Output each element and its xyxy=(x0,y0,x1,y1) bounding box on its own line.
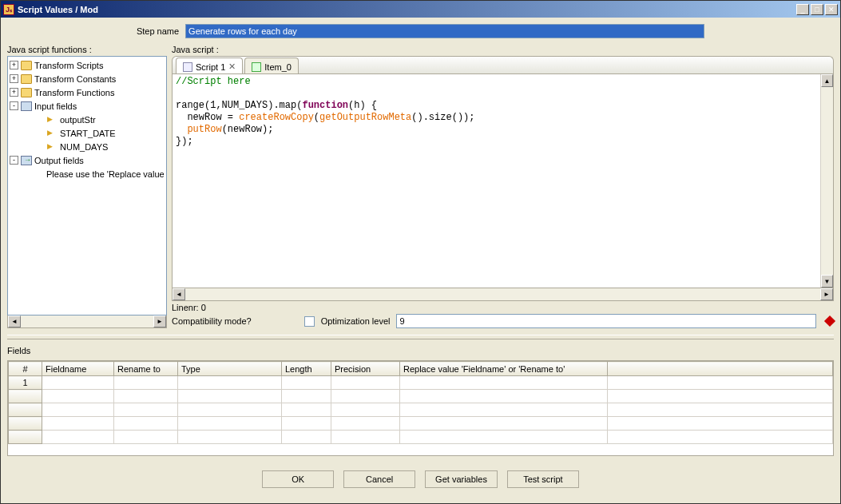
column-header[interactable]: Length xyxy=(282,362,331,376)
scroll-up-icon[interactable]: ▲ xyxy=(821,74,833,87)
table-cell[interactable] xyxy=(400,431,608,444)
tree-hscroll[interactable]: ◄ ► xyxy=(7,315,167,328)
functions-label: Java script functions : xyxy=(7,45,167,54)
table-cell[interactable] xyxy=(282,417,331,431)
code-editor[interactable]: //Script here range(1,NUM_DAYS).map(func… xyxy=(173,74,820,288)
table-cell[interactable] xyxy=(178,390,282,403)
table-cell[interactable] xyxy=(178,431,282,444)
table-cell[interactable] xyxy=(178,376,282,390)
compat-checkbox[interactable] xyxy=(304,316,315,327)
fields-grid[interactable]: #FieldnameRename toTypeLengthPrecisionRe… xyxy=(7,360,834,456)
maximize-button[interactable]: □ xyxy=(811,4,823,15)
get-variables-button[interactable]: Get variables xyxy=(425,470,498,488)
variable-indicator-icon[interactable] xyxy=(824,315,835,327)
expand-icon[interactable]: - xyxy=(10,101,18,110)
table-row[interactable]: 1 xyxy=(9,376,833,390)
table-cell[interactable] xyxy=(178,417,282,431)
scroll-left-icon[interactable]: ◄ xyxy=(173,288,185,300)
table-cell[interactable] xyxy=(331,431,400,444)
editor-vscroll[interactable]: ▲ ▼ xyxy=(820,74,833,288)
table-row[interactable] xyxy=(9,390,833,403)
expand-icon[interactable]: + xyxy=(10,88,18,97)
column-header[interactable] xyxy=(608,362,833,376)
table-cell[interactable] xyxy=(608,390,833,403)
column-header[interactable]: # xyxy=(9,362,42,376)
scroll-right-icon[interactable]: ► xyxy=(820,288,833,300)
table-cell[interactable] xyxy=(9,417,42,431)
close-button[interactable]: ✕ xyxy=(825,4,838,15)
column-header[interactable]: Fieldname xyxy=(42,362,114,376)
table-cell[interactable] xyxy=(282,376,331,390)
editor-hscroll[interactable]: ◄ ► xyxy=(172,288,834,301)
table-cell[interactable] xyxy=(331,403,400,417)
item-icon xyxy=(252,62,261,72)
expand-icon[interactable]: + xyxy=(10,74,18,83)
table-cell[interactable] xyxy=(42,376,114,390)
tab-item-0[interactable]: Item_0 xyxy=(244,58,299,73)
table-row[interactable] xyxy=(9,417,833,431)
table-cell[interactable] xyxy=(42,403,114,417)
table-cell[interactable] xyxy=(42,417,114,431)
tree-item[interactable]: START_DATE xyxy=(10,126,165,140)
tree-item[interactable]: +Transform Scripts xyxy=(10,58,165,72)
table-cell[interactable] xyxy=(114,431,178,444)
scroll-right-icon[interactable]: ► xyxy=(153,315,166,327)
table-cell[interactable] xyxy=(400,403,608,417)
table-cell[interactable] xyxy=(178,403,282,417)
test-script-button[interactable]: Test script xyxy=(507,470,579,488)
opt-level-input[interactable] xyxy=(396,314,816,328)
table-cell[interactable] xyxy=(114,403,178,417)
tree-item[interactable]: +Transform Functions xyxy=(10,85,165,99)
table-cell[interactable] xyxy=(42,431,114,444)
column-header[interactable]: Precision xyxy=(331,362,400,376)
table-cell[interactable] xyxy=(9,431,42,444)
functions-panel: Java script functions : +Transform Scrip… xyxy=(7,45,167,328)
table-cell[interactable] xyxy=(282,403,331,417)
scroll-down-icon[interactable]: ▼ xyxy=(821,275,833,288)
close-tab-icon[interactable]: ✕ xyxy=(228,62,236,72)
table-cell[interactable] xyxy=(282,431,331,444)
tree-item[interactable]: +Transform Constants xyxy=(10,72,165,85)
table-cell[interactable] xyxy=(400,376,608,390)
tab-script-1[interactable]: Script 1 ✕ xyxy=(176,58,243,73)
table-cell[interactable] xyxy=(331,417,400,431)
tree-item[interactable]: outputStr xyxy=(10,113,165,126)
ok-button[interactable]: OK xyxy=(262,470,334,488)
tree-item[interactable]: NUM_DAYS xyxy=(10,140,165,153)
table-cell[interactable] xyxy=(608,376,833,390)
tree-item[interactable]: Please use the 'Replace value xyxy=(10,167,165,181)
table-cell[interactable] xyxy=(331,390,400,403)
field-icon xyxy=(46,142,58,152)
table-cell[interactable] xyxy=(608,417,833,431)
table-cell[interactable] xyxy=(400,417,608,431)
linenr-label: Linenr: xyxy=(172,303,199,312)
table-cell[interactable] xyxy=(400,390,608,403)
functions-tree[interactable]: +Transform Scripts+Transform Constants+T… xyxy=(7,56,167,315)
minimize-button[interactable]: _ xyxy=(796,4,809,15)
expand-icon[interactable]: + xyxy=(10,61,18,69)
table-cell[interactable]: 1 xyxy=(9,376,42,390)
step-name-input[interactable] xyxy=(185,24,704,38)
table-cell[interactable] xyxy=(42,390,114,403)
step-name-label: Step name xyxy=(137,26,179,36)
column-header[interactable]: Type xyxy=(178,362,282,376)
scroll-left-icon[interactable]: ◄ xyxy=(8,315,21,327)
cancel-button[interactable]: Cancel xyxy=(343,470,415,488)
tree-item[interactable]: -Input fields xyxy=(10,99,165,113)
separator[interactable] xyxy=(7,335,834,339)
table-row[interactable] xyxy=(9,403,833,417)
table-cell[interactable] xyxy=(9,403,42,417)
table-cell[interactable] xyxy=(9,390,42,403)
table-cell[interactable] xyxy=(608,403,833,417)
table-cell[interactable] xyxy=(114,417,178,431)
table-cell[interactable] xyxy=(114,376,178,390)
tree-item[interactable]: -Output fields xyxy=(10,153,165,167)
column-header[interactable]: Replace value 'Fieldname' or 'Rename to' xyxy=(400,362,608,376)
expand-icon[interactable]: - xyxy=(10,156,18,165)
table-cell[interactable] xyxy=(331,376,400,390)
table-cell[interactable] xyxy=(608,431,833,444)
table-cell[interactable] xyxy=(282,390,331,403)
column-header[interactable]: Rename to xyxy=(114,362,178,376)
table-row[interactable] xyxy=(9,431,833,444)
table-cell[interactable] xyxy=(114,390,178,403)
